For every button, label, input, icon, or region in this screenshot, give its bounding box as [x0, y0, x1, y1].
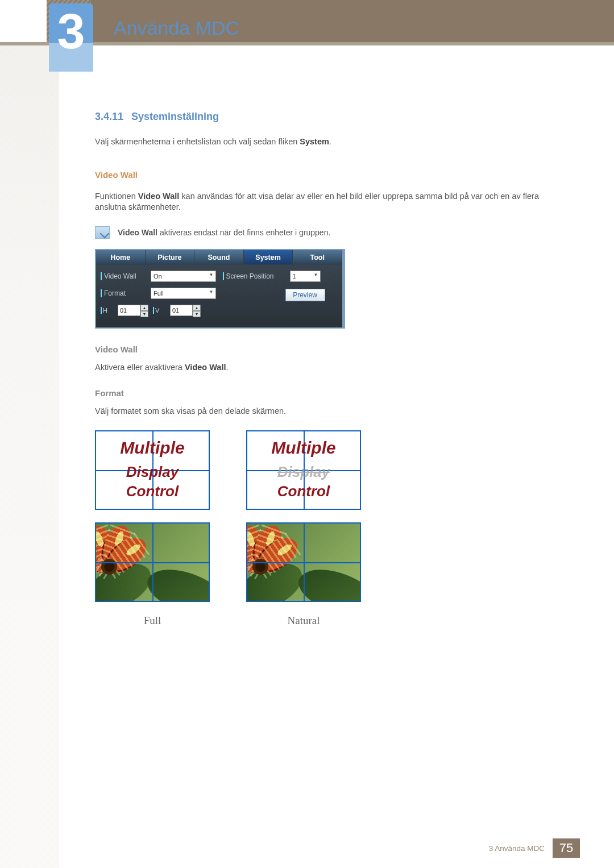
format-value: Full — [154, 290, 164, 297]
mdc-line1: Multiple — [96, 438, 209, 458]
natural-text-box: Multiple Display Control — [246, 430, 361, 510]
format-subheading: Format — [95, 388, 567, 398]
video-wall-sub-text: Aktivera eller avaktivera Video Wall. — [95, 362, 567, 373]
format-label: Format — [101, 289, 146, 297]
vw-desc-bold: Video Wall — [138, 192, 180, 201]
section-number: 3.4.11 — [95, 111, 123, 122]
full-text-example: Multiple Display Control — [95, 430, 210, 510]
v-label: V — [153, 307, 165, 314]
page-footer: 3 Använda MDC 75 — [489, 838, 580, 858]
left-margin-strip — [0, 45, 59, 868]
chapter-title: Använda MDC — [114, 17, 239, 39]
intro-text-bold: System — [300, 137, 329, 146]
video-wall-heading: Video Wall — [95, 170, 567, 180]
h-spinner[interactable]: 01 ▲▼ — [118, 305, 148, 316]
flower-leaf — [142, 558, 210, 602]
intro-paragraph: Välj skärmenheterna i enhetslistan och v… — [95, 136, 567, 147]
screen-position-value: 1 — [293, 273, 296, 280]
intro-text-post: . — [329, 137, 331, 146]
vw-sub-bold: Video Wall — [185, 363, 226, 372]
caption-natural: Natural — [246, 614, 361, 627]
intro-text-pre: Välj skärmenheterna i enhetslistan och v… — [95, 137, 300, 146]
mdc-line2: Display — [96, 463, 209, 481]
header-white-corner — [0, 0, 47, 42]
footer-page-number: 75 — [553, 838, 580, 858]
note-row: Video Wall aktiveras endast när det finn… — [95, 226, 567, 239]
tab-home[interactable]: Home — [96, 250, 146, 265]
format-examples-row-2 — [95, 522, 567, 602]
vw-sub-post: . — [226, 363, 228, 372]
tab-picture[interactable]: Picture — [146, 250, 195, 265]
grid-hline — [247, 562, 360, 563]
note-icon — [95, 226, 110, 239]
page-content: 3.4.11Systeminställning Välj skärmenhete… — [95, 111, 567, 627]
mdc-system-panel: Home Picture Sound System Tool Video Wal… — [95, 249, 345, 329]
grid-hline — [96, 562, 209, 563]
v-value: 01 — [170, 305, 193, 316]
natural-text-example: Multiple Display Control — [246, 430, 361, 510]
video-wall-select[interactable]: On — [151, 271, 216, 282]
tab-system[interactable]: System — [244, 250, 293, 265]
mdc-line1: Multiple — [247, 438, 360, 458]
captions-row: Full Natural — [95, 614, 567, 627]
mdc-right-column: Screen Position 1 Preview — [223, 271, 338, 322]
note-rest: aktiveras endast när det finns enheter i… — [157, 228, 330, 237]
format-row: Format Full — [101, 288, 216, 299]
video-wall-subheading: Video Wall — [95, 344, 567, 354]
section-title: Systeminställning — [131, 111, 219, 122]
h-label: H — [101, 307, 113, 314]
hv-row: H 01 ▲▼ V 01 ▲▼ — [101, 305, 216, 316]
mdc-left-column: Video Wall On Format Full H 01 ▲▼ V 01 — [101, 271, 216, 322]
video-wall-row: Video Wall On — [101, 271, 216, 282]
screen-position-select[interactable]: 1 — [290, 271, 321, 282]
note-text: Video Wall aktiveras endast när det finn… — [118, 228, 330, 237]
format-select[interactable]: Full — [151, 288, 216, 299]
full-flower-example — [95, 522, 210, 602]
mdc-line3: Control — [96, 483, 209, 500]
note-bold: Video Wall — [118, 228, 157, 237]
vw-desc-pre: Funktionen — [95, 192, 138, 201]
h-spin-buttons[interactable]: ▲▼ — [140, 305, 148, 316]
screen-position-label: Screen Position — [223, 272, 285, 280]
tab-tool[interactable]: Tool — [293, 250, 342, 265]
screen-position-row: Screen Position 1 — [223, 271, 338, 282]
chapter-number: 3 — [49, 6, 93, 57]
format-examples-row-1: Multiple Display Control Multiple Displa… — [95, 430, 567, 510]
vw-sub-pre: Aktivera eller avaktivera — [95, 363, 185, 372]
mdc-tabs: Home Picture Sound System Tool — [96, 250, 342, 265]
footer-label: 3 Använda MDC — [489, 844, 553, 853]
natural-flower-box — [246, 522, 361, 602]
video-wall-label: Video Wall — [101, 272, 146, 280]
flower-leaf — [293, 558, 361, 602]
tab-sound[interactable]: Sound — [194, 250, 244, 265]
caption-full: Full — [95, 614, 210, 627]
natural-flower-example — [246, 522, 361, 602]
preview-button[interactable]: Preview — [285, 289, 325, 301]
h-value: 01 — [118, 305, 140, 316]
chapter-badge: 3 — [49, 3, 93, 72]
mdc-panel-body: Video Wall On Format Full H 01 ▲▼ V 01 — [96, 265, 342, 327]
video-wall-value: On — [154, 273, 162, 280]
v-spinner[interactable]: 01 ▲▼ — [170, 305, 201, 316]
full-flower-box — [95, 522, 210, 602]
section-heading: 3.4.11Systeminställning — [95, 111, 567, 123]
video-wall-description: Funktionen Video Wall kan användas för a… — [95, 191, 567, 213]
v-spin-buttons[interactable]: ▲▼ — [193, 305, 201, 316]
mdc-line2: Display — [247, 463, 360, 481]
full-text-box: Multiple Display Control — [95, 430, 210, 510]
mdc-line3: Control — [247, 483, 360, 500]
format-sub-text: Välj formatet som ska visas på den delad… — [95, 406, 567, 417]
